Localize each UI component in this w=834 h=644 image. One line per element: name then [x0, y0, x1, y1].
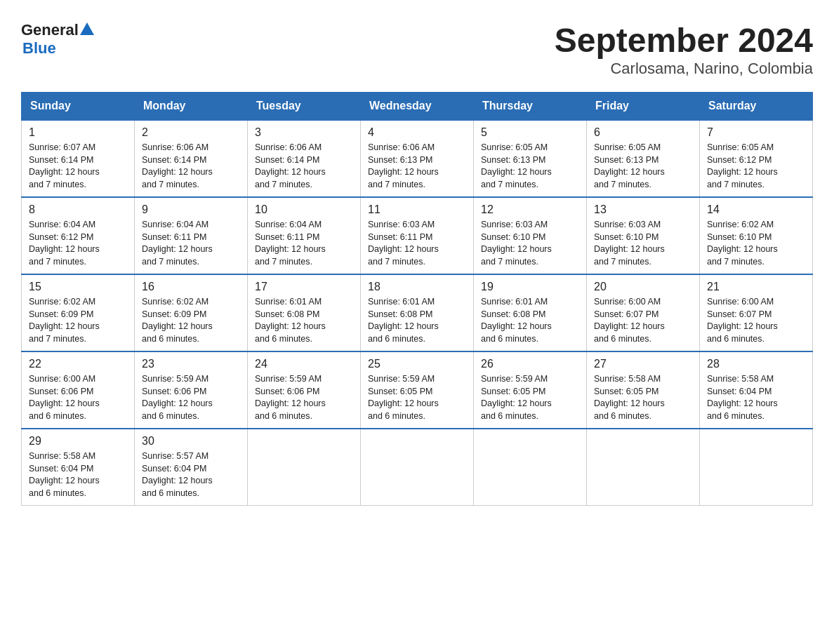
day-number: 22 [29, 358, 127, 370]
calendar-week-row: 15 Sunrise: 6:02 AM Sunset: 6:09 PM Dayl… [22, 274, 813, 351]
calendar-day-cell: 7 Sunrise: 6:05 AM Sunset: 6:12 PM Dayli… [700, 120, 813, 197]
calendar-day-header: Thursday [474, 93, 587, 121]
day-info: Sunrise: 6:04 AM Sunset: 6:11 PM Dayligh… [255, 219, 353, 268]
calendar-day-header: Tuesday [248, 93, 361, 121]
day-info: Sunrise: 6:05 AM Sunset: 6:12 PM Dayligh… [707, 142, 805, 191]
calendar-day-cell: 4 Sunrise: 6:06 AM Sunset: 6:13 PM Dayli… [361, 120, 474, 197]
day-info: Sunrise: 6:00 AM Sunset: 6:06 PM Dayligh… [29, 373, 127, 422]
calendar-day-header: Saturday [700, 93, 813, 121]
page-header: General Blue September 2024 Carlosama, N… [21, 21, 813, 78]
day-info: Sunrise: 6:01 AM Sunset: 6:08 PM Dayligh… [481, 296, 579, 345]
calendar-day-header: Wednesday [361, 93, 474, 121]
day-number: 5 [481, 126, 579, 139]
day-info: Sunrise: 6:03 AM Sunset: 6:10 PM Dayligh… [481, 219, 579, 268]
day-info: Sunrise: 6:01 AM Sunset: 6:08 PM Dayligh… [368, 296, 466, 345]
day-info: Sunrise: 5:58 AM Sunset: 6:04 PM Dayligh… [707, 373, 805, 422]
day-number: 20 [594, 281, 692, 293]
day-number: 16 [142, 281, 240, 293]
calendar-day-cell: 16 Sunrise: 6:02 AM Sunset: 6:09 PM Dayl… [135, 274, 248, 351]
calendar-day-cell [361, 429, 474, 506]
day-number: 24 [255, 358, 353, 370]
calendar-day-cell [474, 429, 587, 506]
calendar-day-cell: 29 Sunrise: 5:58 AM Sunset: 6:04 PM Dayl… [22, 429, 135, 506]
calendar-day-cell: 17 Sunrise: 6:01 AM Sunset: 6:08 PM Dayl… [248, 274, 361, 351]
day-info: Sunrise: 6:06 AM Sunset: 6:13 PM Dayligh… [368, 142, 466, 191]
day-number: 28 [707, 358, 805, 370]
day-number: 19 [481, 281, 579, 293]
svg-marker-0 [80, 22, 94, 35]
logo-blue-text: Blue [22, 39, 56, 58]
day-info: Sunrise: 6:05 AM Sunset: 6:13 PM Dayligh… [594, 142, 692, 191]
calendar-day-cell: 22 Sunrise: 6:00 AM Sunset: 6:06 PM Dayl… [22, 351, 135, 429]
calendar-day-cell: 15 Sunrise: 6:02 AM Sunset: 6:09 PM Dayl… [22, 274, 135, 351]
day-number: 8 [29, 203, 127, 216]
calendar-day-cell: 6 Sunrise: 6:05 AM Sunset: 6:13 PM Dayli… [587, 120, 700, 197]
calendar-day-cell: 8 Sunrise: 6:04 AM Sunset: 6:12 PM Dayli… [22, 197, 135, 274]
calendar-day-cell: 20 Sunrise: 6:00 AM Sunset: 6:07 PM Dayl… [587, 274, 700, 351]
day-number: 17 [255, 281, 353, 293]
calendar-week-row: 29 Sunrise: 5:58 AM Sunset: 6:04 PM Dayl… [22, 429, 813, 506]
day-info: Sunrise: 6:01 AM Sunset: 6:08 PM Dayligh… [255, 296, 353, 345]
day-info: Sunrise: 6:05 AM Sunset: 6:13 PM Dayligh… [481, 142, 579, 191]
day-number: 23 [142, 358, 240, 370]
day-info: Sunrise: 5:59 AM Sunset: 6:06 PM Dayligh… [255, 373, 353, 422]
calendar-day-cell [248, 429, 361, 506]
day-number: 13 [594, 203, 692, 216]
calendar-day-cell: 19 Sunrise: 6:01 AM Sunset: 6:08 PM Dayl… [474, 274, 587, 351]
calendar-day-cell [587, 429, 700, 506]
day-info: Sunrise: 6:02 AM Sunset: 6:10 PM Dayligh… [707, 219, 805, 268]
calendar-day-cell: 5 Sunrise: 6:05 AM Sunset: 6:13 PM Dayli… [474, 120, 587, 197]
day-info: Sunrise: 5:58 AM Sunset: 6:04 PM Dayligh… [29, 450, 127, 499]
day-info: Sunrise: 5:57 AM Sunset: 6:04 PM Dayligh… [142, 450, 240, 499]
calendar-day-cell: 3 Sunrise: 6:06 AM Sunset: 6:14 PM Dayli… [248, 120, 361, 197]
calendar-day-cell: 9 Sunrise: 6:04 AM Sunset: 6:11 PM Dayli… [135, 197, 248, 274]
calendar-week-row: 8 Sunrise: 6:04 AM Sunset: 6:12 PM Dayli… [22, 197, 813, 274]
logo-triangle-icon [79, 21, 95, 36]
day-number: 27 [594, 358, 692, 370]
calendar-day-cell [700, 429, 813, 506]
calendar-day-cell: 1 Sunrise: 6:07 AM Sunset: 6:14 PM Dayli… [22, 120, 135, 197]
day-number: 2 [142, 126, 240, 139]
day-number: 12 [481, 203, 579, 216]
calendar-day-header: Sunday [22, 93, 135, 121]
day-number: 10 [255, 203, 353, 216]
day-number: 6 [594, 126, 692, 139]
calendar-subtitle: Carlosama, Narino, Colombia [555, 60, 813, 78]
day-number: 25 [368, 358, 466, 370]
day-info: Sunrise: 6:03 AM Sunset: 6:10 PM Dayligh… [594, 219, 692, 268]
calendar-week-row: 1 Sunrise: 6:07 AM Sunset: 6:14 PM Dayli… [22, 120, 813, 197]
logo: General Blue [21, 21, 95, 58]
day-info: Sunrise: 6:03 AM Sunset: 6:11 PM Dayligh… [368, 219, 466, 268]
day-number: 29 [29, 435, 127, 448]
calendar-day-cell: 26 Sunrise: 5:59 AM Sunset: 6:05 PM Dayl… [474, 351, 587, 429]
day-number: 7 [707, 126, 805, 139]
day-info: Sunrise: 5:59 AM Sunset: 6:05 PM Dayligh… [481, 373, 579, 422]
day-info: Sunrise: 6:04 AM Sunset: 6:11 PM Dayligh… [142, 219, 240, 268]
calendar-day-cell: 2 Sunrise: 6:06 AM Sunset: 6:14 PM Dayli… [135, 120, 248, 197]
day-info: Sunrise: 6:06 AM Sunset: 6:14 PM Dayligh… [255, 142, 353, 191]
day-info: Sunrise: 6:00 AM Sunset: 6:07 PM Dayligh… [707, 296, 805, 345]
calendar-day-cell: 25 Sunrise: 5:59 AM Sunset: 6:05 PM Dayl… [361, 351, 474, 429]
day-number: 14 [707, 203, 805, 216]
day-info: Sunrise: 5:58 AM Sunset: 6:05 PM Dayligh… [594, 373, 692, 422]
day-info: Sunrise: 6:04 AM Sunset: 6:12 PM Dayligh… [29, 219, 127, 268]
calendar-day-cell: 23 Sunrise: 5:59 AM Sunset: 6:06 PM Dayl… [135, 351, 248, 429]
calendar-day-cell: 30 Sunrise: 5:57 AM Sunset: 6:04 PM Dayl… [135, 429, 248, 506]
calendar-table: SundayMondayTuesdayWednesdayThursdayFrid… [21, 92, 813, 506]
day-number: 26 [481, 358, 579, 370]
calendar-day-cell: 11 Sunrise: 6:03 AM Sunset: 6:11 PM Dayl… [361, 197, 474, 274]
calendar-day-cell: 24 Sunrise: 5:59 AM Sunset: 6:06 PM Dayl… [248, 351, 361, 429]
day-info: Sunrise: 5:59 AM Sunset: 6:05 PM Dayligh… [368, 373, 466, 422]
day-number: 21 [707, 281, 805, 293]
calendar-day-header: Monday [135, 93, 248, 121]
calendar-day-cell: 21 Sunrise: 6:00 AM Sunset: 6:07 PM Dayl… [700, 274, 813, 351]
day-info: Sunrise: 5:59 AM Sunset: 6:06 PM Dayligh… [142, 373, 240, 422]
day-number: 15 [29, 281, 127, 293]
calendar-day-header: Friday [587, 93, 700, 121]
header-title-block: September 2024 Carlosama, Narino, Colomb… [555, 21, 813, 78]
day-info: Sunrise: 6:02 AM Sunset: 6:09 PM Dayligh… [29, 296, 127, 345]
day-info: Sunrise: 6:00 AM Sunset: 6:07 PM Dayligh… [594, 296, 692, 345]
calendar-day-cell: 10 Sunrise: 6:04 AM Sunset: 6:11 PM Dayl… [248, 197, 361, 274]
day-info: Sunrise: 6:02 AM Sunset: 6:09 PM Dayligh… [142, 296, 240, 345]
logo-general-text: General [21, 21, 79, 39]
